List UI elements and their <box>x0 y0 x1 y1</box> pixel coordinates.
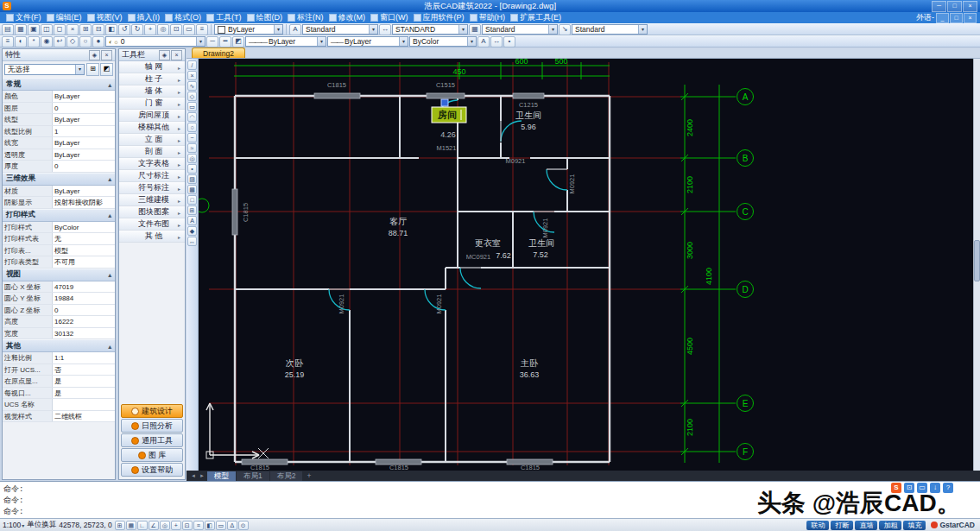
screen-menu-item[interactable]: 轴 网 <box>119 61 185 73</box>
format-tool-icon[interactable]: ◩ <box>232 36 244 47</box>
draw-tool-icon[interactable]: ▭ <box>187 102 197 111</box>
screen-menu-item[interactable]: 立 面 <box>119 134 185 146</box>
style-icon[interactable]: A <box>289 24 301 35</box>
menu-item[interactable]: 标注(N) <box>285 12 326 23</box>
section-header-3d-effects[interactable]: 三维效果 <box>3 173 115 186</box>
toolbar-icon[interactable]: ◫ <box>41 24 53 35</box>
toolbar-icon[interactable]: ▣ <box>28 24 40 35</box>
draw-tool-icon[interactable]: ◠ <box>187 112 197 122</box>
screen-menu-item[interactable]: 柱 子 <box>119 73 185 85</box>
draw-tool-icon[interactable]: □ <box>187 195 197 205</box>
arch-mode-toggle[interactable]: 直墙 <box>855 521 877 530</box>
layer-tool-icon[interactable]: ◇ <box>66 36 79 47</box>
format-tool-icon[interactable]: ━ <box>219 36 231 47</box>
status-toggle-icon[interactable]: ▦ <box>126 521 136 530</box>
document-window-control[interactable]: □ <box>950 13 963 23</box>
selection-tool-button[interactable]: ⊞ <box>86 63 99 76</box>
property-row[interactable]: 圆心 Y 坐标19884 <box>3 293 115 305</box>
property-row[interactable]: 厚度0 <box>3 161 115 173</box>
draw-tool-icon[interactable]: ⊞ <box>187 205 197 215</box>
property-row[interactable]: 圆心 Z 坐标0 <box>3 305 115 317</box>
toolbar-icon[interactable]: ◧ <box>105 24 117 35</box>
layer-tool-icon[interactable]: ◉ <box>41 36 53 47</box>
menu-item[interactable]: 应用软件(P) <box>411 12 467 23</box>
style-dropdown[interactable]: Standard <box>482 24 558 35</box>
property-row[interactable]: 视觉样式二维线框 <box>3 411 115 423</box>
menu-item[interactable]: 绘图(D) <box>244 12 286 23</box>
menu-item[interactable]: 格式(O) <box>162 12 204 23</box>
toolbar-icon[interactable]: ▭ <box>183 24 195 35</box>
draw-tool-icon[interactable]: ◎ <box>187 154 197 163</box>
toolbar-icon[interactable]: ◻ <box>54 24 66 35</box>
toolbar-icon[interactable]: ≡ <box>196 24 208 35</box>
toolbar-icon[interactable]: ⊟ <box>92 24 104 35</box>
draw-tool-icon[interactable]: ∿ <box>187 81 197 91</box>
layer-dropdown[interactable]: ◐☼ 0 <box>105 36 205 47</box>
palette-header-icon[interactable]: × <box>101 50 112 60</box>
screen-menu-item[interactable]: 房间屋顶 <box>119 110 185 122</box>
toolbar-icon[interactable]: × <box>66 24 79 35</box>
draw-tool-icon[interactable]: × <box>187 71 197 80</box>
status-toggle-icon[interactable]: ◎ <box>160 521 170 530</box>
property-row[interactable]: 每视口...是 <box>3 388 115 400</box>
lineweight-dropdown[interactable]: —— ByLayer <box>327 36 408 47</box>
arch-mode-toggle[interactable]: 联动 <box>806 521 829 530</box>
draw-tool-icon[interactable]: ~ <box>187 133 197 142</box>
menu-item[interactable]: 窗口(W) <box>368 12 411 23</box>
toolbar-icon[interactable]: ↻ <box>131 24 143 35</box>
layout-tab[interactable]: 布局2 <box>270 471 303 481</box>
style-icon[interactable]: ▦ <box>469 24 481 35</box>
layer-tool-icon[interactable]: ↩ <box>54 36 66 47</box>
language-menu[interactable]: 外语- <box>916 12 934 23</box>
toolbar-icon[interactable]: ▦ <box>15 24 27 35</box>
toolbar-icon[interactable]: ⊡ <box>170 24 182 35</box>
layer-tool-icon[interactable]: * <box>28 36 40 47</box>
screen-menu-item[interactable]: 文字表格 <box>119 158 185 170</box>
draw-tool-icon[interactable]: ↔ <box>187 237 197 246</box>
property-row[interactable]: 高度16222 <box>3 316 115 328</box>
layer-tool-icon[interactable]: ● <box>92 36 104 47</box>
status-toggle-icon[interactable]: ≡ <box>193 521 204 530</box>
draw-tool-icon[interactable]: ▩ <box>187 185 197 194</box>
menu-item[interactable]: 编辑(E) <box>44 12 85 23</box>
window-control-button[interactable]: ─ <box>932 1 946 12</box>
toolbar-icon[interactable]: + <box>144 24 156 35</box>
status-toggle-icon[interactable]: ▭ <box>216 521 226 530</box>
screen-menu-item[interactable]: 墙 体 <box>119 85 185 98</box>
selection-tool-button[interactable]: ◩ <box>100 63 113 76</box>
menu-item[interactable]: 帮助(H) <box>467 12 509 23</box>
vertical-scrollbar[interactable] <box>973 59 980 471</box>
screen-menu-item[interactable]: 其 他 <box>119 231 185 243</box>
property-row[interactable]: 颜色ByLayer <box>3 91 115 103</box>
property-row[interactable]: 在原点显...是 <box>3 376 115 388</box>
room-name-input[interactable]: 房间 <box>437 110 457 120</box>
draw-tool-icon[interactable]: ▨ <box>187 174 197 184</box>
document-tab[interactable]: Drawing2 <box>192 47 245 58</box>
menu-item[interactable]: 修改(M) <box>326 12 369 23</box>
status-toggle-icon[interactable]: ⊡ <box>182 521 193 530</box>
status-toggle-icon[interactable]: ⊞ <box>115 521 125 530</box>
style-icon[interactable]: ↔ <box>379 24 391 35</box>
status-toggle-icon[interactable]: + <box>171 521 181 530</box>
section-header-plot-style[interactable]: 打印样式 <box>3 209 115 222</box>
property-row[interactable]: 阴影显示投射和接收阴影 <box>3 197 115 209</box>
add-layout-button[interactable]: + <box>303 471 314 480</box>
screen-menu-item[interactable]: 符号标注 <box>119 182 185 194</box>
property-row[interactable]: 材质ByLayer <box>3 186 115 198</box>
document-window-control[interactable]: _ <box>936 13 949 23</box>
section-header-misc[interactable]: 其他 <box>3 339 115 352</box>
module-button[interactable]: 设置帮助 <box>121 463 183 477</box>
toolbar-icon[interactable]: ↺ <box>118 24 130 35</box>
section-header-view[interactable]: 视图 <box>3 269 115 281</box>
property-row[interactable]: 打开 UCS...否 <box>3 364 115 376</box>
menu-item[interactable]: 插入(I) <box>125 12 163 23</box>
property-row[interactable]: 注释比例1:1 <box>3 352 115 364</box>
arch-mode-toggle[interactable]: 打断 <box>831 521 853 530</box>
property-row[interactable]: 图层0 <box>3 103 115 115</box>
property-row[interactable]: 打印样式ByColor <box>3 222 115 234</box>
toolbar-icon[interactable]: ⊞ <box>79 24 92 35</box>
screen-menu-item[interactable]: 剖 面 <box>119 146 185 158</box>
status-toggle-icon[interactable]: Δ <box>227 521 237 530</box>
color-control-dropdown[interactable]: ByLayer <box>214 24 283 35</box>
layer-tool-icon[interactable]: ≡ <box>2 36 14 47</box>
